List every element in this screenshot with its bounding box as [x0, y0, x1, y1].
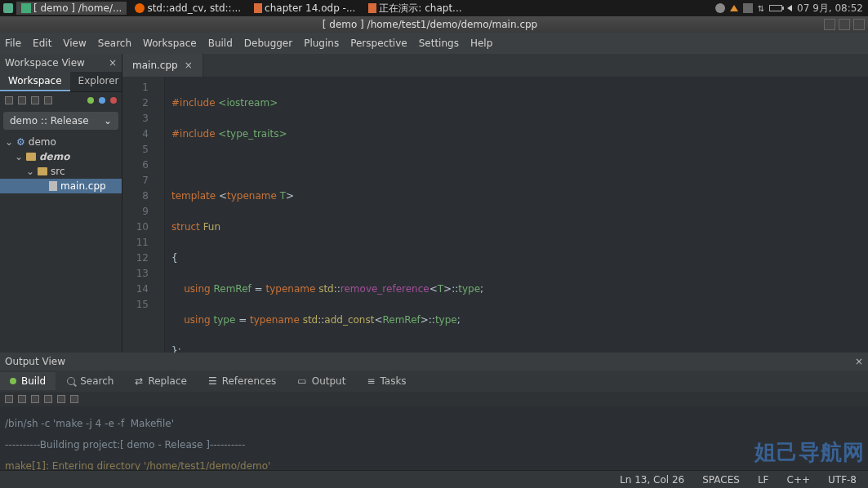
volume-icon[interactable] — [787, 5, 792, 11]
tree-project[interactable]: ⌄⚙demo — [0, 135, 122, 149]
line-gutter: 123456789101112131415 — [122, 77, 155, 353]
workspace-title: Workspace View — [5, 57, 85, 69]
menu-help[interactable]: Help — [470, 38, 492, 49]
taskbar-app-firefox[interactable]: std::add_cv, std::... — [130, 2, 246, 15]
workspace-header: Workspace View × — [0, 54, 122, 72]
tab-workspace[interactable]: Workspace — [0, 72, 70, 91]
collapse-icon[interactable] — [18, 96, 26, 104]
output-tab-references[interactable]: ☰References — [198, 372, 286, 390]
menu-build[interactable]: Build — [208, 38, 233, 49]
tree-label: demo — [39, 151, 69, 162]
output-toolbar — [0, 392, 868, 406]
maximize-button[interactable] — [839, 19, 850, 30]
output-tabstrip: Build Search ⇄Replace ☰References ▭Outpu… — [0, 370, 868, 392]
link-icon[interactable] — [5, 96, 13, 104]
code-editor[interactable]: 123456789101112131415 #include <iostream… — [122, 77, 868, 353]
network-icon[interactable]: ⇅ — [758, 4, 764, 13]
taskbar-app-impress[interactable]: chapter 14.odp -... — [249, 2, 360, 15]
menu-debugger[interactable]: Debugger — [244, 38, 292, 49]
output-header: Output View × — [0, 353, 868, 370]
warning-icon[interactable] — [730, 5, 738, 11]
menu-edit[interactable]: Edit — [33, 38, 51, 49]
output-console[interactable]: /bin/sh -c 'make -j 4 -e -f Makefile' --… — [0, 406, 868, 470]
status-lang[interactable]: C++ — [787, 474, 811, 486]
output-tab-build[interactable]: Build — [0, 372, 56, 390]
replace-icon: ⇄ — [135, 375, 143, 387]
menu-search[interactable]: Search — [98, 38, 131, 49]
editor-tab-main[interactable]: main.cpp × — [122, 54, 203, 77]
menu-icon[interactable] — [3, 3, 13, 13]
editor-tabstrip: main.cpp × — [122, 54, 868, 77]
menu-bar: File Edit View Search Workspace Build De… — [0, 33, 868, 54]
status-spaces[interactable]: SPACES — [702, 474, 740, 486]
tree-file-main[interactable]: main.cpp — [0, 179, 122, 193]
keyboard-icon[interactable] — [743, 3, 753, 13]
goto-icon[interactable] — [44, 96, 52, 104]
workspace-tabs: Workspace Explorer — [0, 72, 122, 92]
tab-close-icon[interactable]: × — [185, 60, 193, 71]
run-icon[interactable] — [99, 97, 105, 104]
file-icon — [49, 181, 57, 191]
presentation-icon — [254, 3, 262, 13]
status-position[interactable]: Ln 13, Col 26 — [620, 474, 684, 486]
out-tool-6[interactable] — [70, 395, 78, 403]
status-encoding[interactable]: UTF-8 — [828, 474, 857, 486]
build-config-selector[interactable]: demo :: Release ⌄ — [3, 112, 118, 130]
taskbar-app-current[interactable]: [ demo ] /home/... — [16, 2, 127, 15]
out-tool-2[interactable] — [18, 395, 26, 403]
tree-folder-demo[interactable]: ⌄demo — [0, 149, 122, 164]
output-title: Output View — [5, 356, 65, 367]
menu-perspective[interactable]: Perspective — [350, 38, 407, 49]
os-taskbar: [ demo ] /home/... std::add_cv, std::...… — [0, 0, 868, 16]
taskbar-label-1: std::add_cv, std::... — [147, 2, 241, 14]
editor-area: main.cpp × 123456789101112131415 #includ… — [122, 54, 868, 353]
chevron-down-icon: ⌄ — [104, 115, 112, 126]
output-tab-replace[interactable]: ⇄Replace — [125, 372, 197, 390]
build-config-label: demo :: Release — [10, 115, 89, 126]
clock[interactable]: 07 9月, 08:52 — [797, 2, 863, 16]
build-icon[interactable] — [87, 97, 94, 104]
tree-label: demo — [29, 136, 56, 148]
menu-workspace[interactable]: Workspace — [143, 38, 197, 49]
tree-label: src — [51, 166, 65, 177]
folder-icon — [38, 167, 47, 175]
window-title: [ demo ] /home/test1/demo/demo/main.cpp — [323, 19, 537, 30]
battery-icon[interactable] — [769, 5, 782, 11]
stop-icon[interactable] — [110, 97, 117, 104]
menu-plugins[interactable]: Plugins — [304, 38, 339, 49]
tab-explorer[interactable]: Explorer — [70, 72, 127, 91]
cloud-icon[interactable] — [715, 3, 725, 13]
minimize-button[interactable] — [824, 19, 835, 30]
window-titlebar: [ demo ] /home/test1/demo/demo/main.cpp — [0, 16, 868, 33]
taskbar-label-2: chapter 14.odp -... — [265, 2, 355, 14]
out-tool-1[interactable] — [5, 395, 13, 403]
output-tab-output[interactable]: ▭Output — [287, 372, 355, 390]
workspace-close-icon[interactable]: × — [109, 57, 117, 69]
status-eol[interactable]: LF — [758, 474, 769, 486]
menu-settings[interactable]: Settings — [419, 38, 459, 49]
tree-folder-src[interactable]: ⌄src — [0, 164, 122, 179]
list-icon: ≡ — [367, 375, 375, 387]
taskbar-tray: ⇅ 07 9月, 08:52 — [715, 2, 868, 16]
presentation-icon — [368, 3, 376, 13]
taskbar-app-presenting[interactable]: 正在演示: chapt... — [363, 1, 466, 16]
home-icon[interactable] — [31, 96, 39, 104]
out-tool-5[interactable] — [57, 395, 65, 403]
menu-view[interactable]: View — [63, 38, 86, 49]
out-tool-4[interactable] — [44, 395, 52, 403]
terminal-icon: ▭ — [297, 375, 306, 387]
output-close-icon[interactable]: × — [855, 356, 863, 367]
folder-icon — [26, 153, 36, 161]
code-content[interactable]: #include <iostream> #include <type_trait… — [165, 77, 868, 353]
output-tab-search[interactable]: Search — [57, 372, 123, 390]
status-bar: Ln 13, Col 26 SPACES LF C++ UTF-8 — [0, 470, 868, 488]
output-line: /bin/sh -c 'make -j 4 -e -f Makefile' — [5, 419, 863, 429]
out-tool-3[interactable] — [31, 395, 39, 403]
main-area: Workspace View × Workspace Explorer demo… — [0, 54, 868, 353]
workspace-toolbar — [0, 92, 122, 109]
close-button[interactable] — [853, 19, 865, 30]
fold-column[interactable] — [155, 77, 165, 353]
menu-file[interactable]: File — [5, 38, 21, 49]
output-tab-tasks[interactable]: ≡Tasks — [357, 372, 416, 390]
taskbar-label-0: [ demo ] /home/... — [33, 2, 122, 14]
